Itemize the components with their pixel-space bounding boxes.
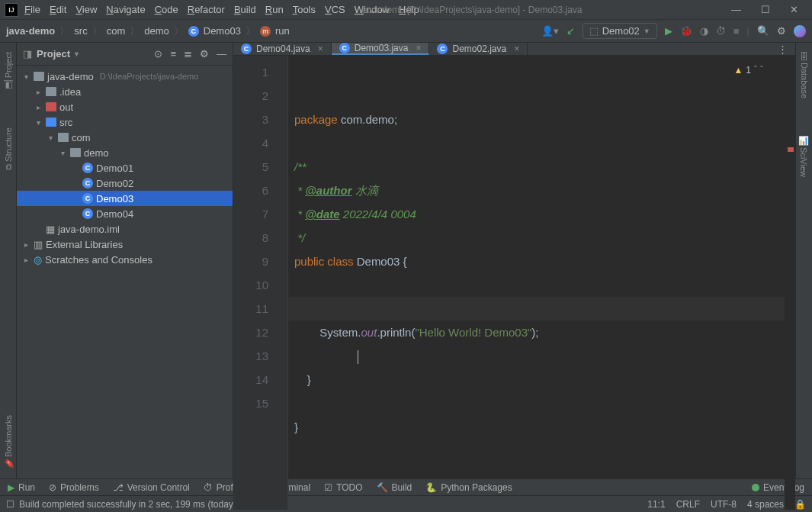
menu-edit[interactable]: Edit [45,2,71,17]
settings-icon[interactable]: ⚙ [777,25,786,37]
crumb-project[interactable]: java-demo [6,25,55,37]
project-panel: ◨ Project ▼ ⊙ ≡ ≣ ⚙ — ▾java-demoD:\IdeaP… [17,43,233,478]
fold-gutter[interactable] [276,56,288,510]
run-tool-tab[interactable]: ▶Run [8,482,35,493]
tree-root[interactable]: ▾java-demoD:\IdeaProjects\java-demo [17,69,233,84]
vcs-tool-tab[interactable]: ⎇Version Control [113,482,190,493]
close-icon[interactable]: × [514,43,519,54]
tab-demo03[interactable]: CDemo03.java× [332,43,430,55]
tab-label: Demo03.java [355,43,409,53]
search-icon[interactable]: 🔍 [757,25,769,37]
inspections-widget[interactable]: ▲ 1 ˆˇ [733,59,763,82]
tree-demo01[interactable]: CDemo01 [17,160,233,175]
menu-file[interactable]: File [20,2,45,17]
user-icon[interactable]: 👤▾ [541,25,559,37]
tree-extlib[interactable]: ▸▥External Libraries [17,237,233,252]
menu-vcs[interactable]: VCS [320,2,350,17]
close-icon[interactable]: × [318,43,323,54]
menu-tools[interactable]: Tools [288,2,320,17]
tab-label: Demo02.java [452,43,506,54]
close-icon[interactable]: × [416,43,421,53]
menu-navigate[interactable]: Navigate [101,2,149,17]
crumb-class[interactable]: Demo03 [204,25,241,37]
tree-label: java-demo [47,71,94,82]
tree-label: Demo01 [96,163,133,174]
menu-run[interactable]: Run [261,2,288,17]
hide-icon[interactable]: — [217,48,226,60]
status-icon[interactable]: ☐ [6,499,14,510]
tree-scratch[interactable]: ▸◎Scratches and Consoles [17,252,233,267]
scratch-icon: ◎ [34,254,42,266]
tree-demo02[interactable]: CDemo02 [17,175,233,191]
left-tool-strip: ◨ Project ⧉ Structure 🔖 Bookmarks [0,43,17,478]
tree-idea[interactable]: ▸.idea [17,84,233,99]
status-message: Build completed successfully in 2 sec, 1… [19,499,262,510]
project-tool-tab[interactable]: ◨ Project [3,49,13,94]
folder-icon [46,118,56,127]
crumb-src[interactable]: src [74,25,87,37]
app-icon: IJ [5,3,18,17]
editor: CDemo04.java×CDemo03.java×CDemo02.java×⋮… [233,43,795,478]
tab-label: Demo04.java [256,43,310,54]
folder-icon [46,87,56,96]
class-icon: C [437,43,448,54]
expand-all-icon[interactable]: ≡ [170,48,176,60]
select-opened-icon[interactable]: ⊙ [154,48,162,60]
crumb-com[interactable]: com [107,25,126,37]
bookmarks-tool-tab[interactable]: 🔖 Bookmarks [3,412,13,472]
warning-icon: ▲ [733,59,743,82]
profile-icon[interactable]: ⏱ [716,25,726,37]
menu-view[interactable]: View [71,2,101,17]
tree-label: com [72,132,91,143]
debug-icon[interactable]: 🐞 [680,25,692,37]
tree-sublabel: D:\IdeaProjects\java-demo [100,72,199,81]
menu-build[interactable]: Build [229,2,261,17]
run-icon[interactable]: ▶ [665,25,672,37]
tree-src[interactable]: ▾src [17,114,233,130]
tree-demo03[interactable]: CDemo03 [17,191,233,206]
database-tool-tab[interactable]: 🗄 Database [800,49,809,101]
crumb-method[interactable]: run [275,25,290,37]
tree-label: Demo02 [96,178,133,189]
coverage-icon[interactable]: ◑ [700,25,708,37]
avatar-icon[interactable] [794,25,806,37]
library-icon: ▥ [34,239,43,250]
structure-tool-tab[interactable]: ⧉ Structure [4,124,13,173]
class-icon: C [241,43,252,54]
menu-refactor[interactable]: Refactor [183,2,229,17]
tree-label: Demo04 [96,208,133,220]
lock-icon[interactable]: 🔒 [794,499,806,510]
run-config-combo[interactable]: ⬚ Demo02 ▼ [583,23,657,39]
tab-demo04[interactable]: CDemo04.java× [233,43,332,55]
tabs-more-icon[interactable]: ⋮ [770,43,795,55]
file-icon: ▦ [46,224,55,235]
code-area[interactable]: package com.demo; /** * @author 水滴 * @da… [288,56,785,510]
crumb-demo[interactable]: demo [144,25,169,37]
close-button[interactable]: ✕ [790,4,798,15]
line-gutter[interactable]: 123456789101112131415 [233,56,276,510]
gear-icon[interactable]: ⚙ [200,48,209,60]
problems-tool-tab[interactable]: ⊘Problems [49,482,99,493]
tree-label: Demo03 [96,193,133,204]
tab-demo02[interactable]: CDemo02.java× [429,43,528,55]
scrollbar-marker[interactable] [785,56,795,510]
class-icon: C [82,178,93,188]
sciview-tool-tab[interactable]: 📊 SciView [799,132,809,180]
run-config-label: Demo02 [602,25,640,37]
menu-code[interactable]: Code [150,2,183,17]
tree-out[interactable]: ▸out [17,99,233,114]
tree-com[interactable]: ▾com [17,130,233,145]
project-tree[interactable]: ▾java-demoD:\IdeaProjects\java-demo▸.ide… [17,66,233,478]
stop-icon[interactable]: ■ [733,25,740,37]
text-caret [358,350,358,364]
tree-demo04[interactable]: CDemo04 [17,206,233,221]
build-icon[interactable]: ↙ [566,25,575,37]
breadcrumb[interactable]: java-demo 〉src 〉com 〉demo 〉CDemo03 〉mrun [6,24,290,38]
tree-iml[interactable]: ▦java-demo.iml [17,221,233,237]
collapse-all-icon[interactable]: ≣ [184,48,192,60]
tree-demo[interactable]: ▾demo [17,145,233,160]
menubar: IJ FileEditViewNavigateCodeRefactorBuild… [0,0,812,20]
tree-label: src [59,117,72,128]
minimize-button[interactable]: — [731,4,741,15]
maximize-button[interactable]: ☐ [761,4,770,15]
